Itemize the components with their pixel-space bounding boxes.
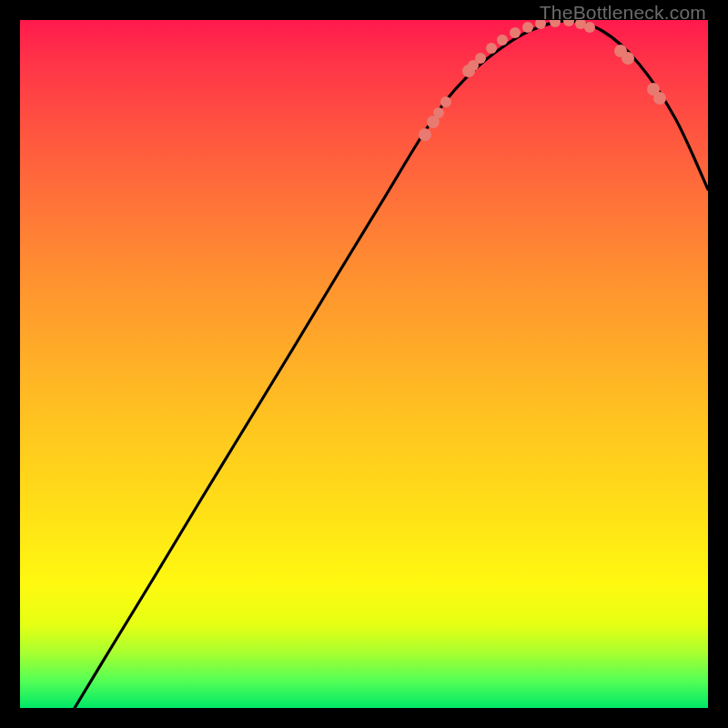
curve-marker bbox=[584, 22, 595, 33]
curve-marker bbox=[550, 20, 561, 27]
curve-marker bbox=[475, 53, 486, 64]
curve-marker bbox=[433, 107, 444, 118]
curve-markers bbox=[419, 20, 666, 141]
curve-marker bbox=[440, 96, 451, 107]
curve-marker bbox=[510, 27, 521, 38]
curve-marker bbox=[486, 43, 497, 54]
curve-marker bbox=[497, 35, 508, 46]
curve-marker bbox=[563, 20, 574, 26]
chart-svg bbox=[20, 20, 708, 708]
bottleneck-curve bbox=[75, 21, 708, 708]
curve-marker bbox=[522, 22, 533, 33]
chart-frame bbox=[20, 20, 708, 708]
curve-marker bbox=[622, 52, 634, 65]
curve-marker bbox=[653, 92, 666, 105]
curve-layer bbox=[75, 21, 708, 708]
curve-marker bbox=[419, 128, 431, 141]
